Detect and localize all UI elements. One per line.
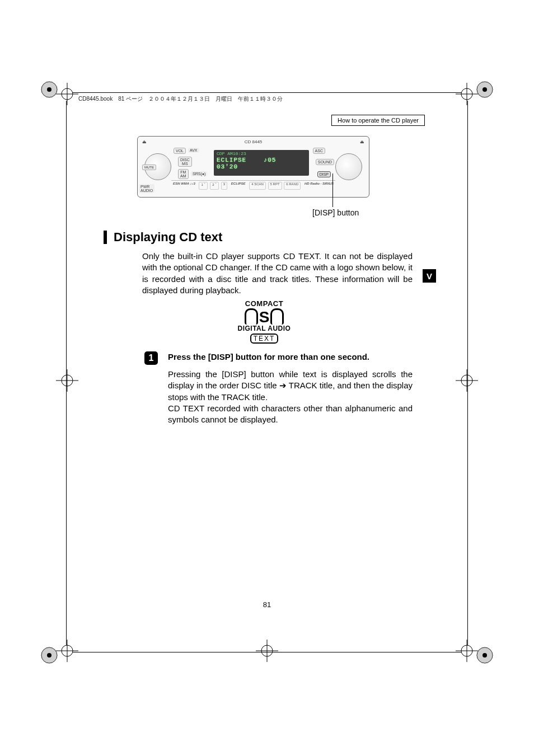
fm-am-button: FM AM [178, 169, 189, 179]
crosshair-icon [456, 83, 478, 105]
crosshair-icon [56, 369, 78, 392]
device-lcd-screen: CDP AM10:23 ECLIPSE ♪05 03'20 [214, 150, 309, 176]
screen-brand-label: ECLIPSE [217, 157, 246, 163]
avx-label: AVX [188, 148, 199, 153]
crop-line [73, 92, 461, 93]
pwr-audio-label: PWR AUDIO [139, 184, 154, 193]
logo-text-label: TEXT [250, 334, 279, 344]
strip-btn-3: 3 [221, 182, 227, 190]
disp-button: DISP [317, 171, 331, 177]
step-number-badge: 1 [144, 351, 158, 365]
sound-button: SOUND [316, 159, 334, 165]
section-heading: Displaying CD text [104, 231, 222, 244]
logo-digital-audio-label: DIGITAL AUDIO [235, 325, 293, 332]
disc-ms-button: DISC MS [178, 157, 192, 167]
crop-line [66, 101, 67, 645]
strip-btn-4: 4 SCAN [249, 182, 266, 190]
crosshair-icon [256, 640, 278, 662]
crosshair-icon [56, 640, 78, 662]
screen-time-label: 03'20 [217, 163, 238, 170]
strip-brand-label: ECLIPSE [229, 182, 247, 190]
device-illustration: ⏏ CD 8445 ⏏ MUTE VOL AVX DISC MS FM AM S… [137, 136, 369, 198]
svg-point-2 [47, 87, 51, 92]
svg-point-23 [483, 653, 487, 658]
crosshair-icon [56, 83, 78, 105]
strip-btn-2: 2 ˄ [210, 182, 219, 190]
logo-compact-label: COMPACT [235, 299, 293, 308]
disp-button-callout: [DISP] button [312, 208, 359, 217]
step-paragraph: Pressing the [DISP] button while text is… [168, 369, 413, 425]
logo-d-shape-icon [245, 308, 258, 325]
callout-line [332, 173, 333, 207]
crop-line [467, 101, 468, 645]
compact-disc-text-logo: COMPACT S DIGITAL AUDIO TEXT [235, 299, 293, 344]
device-model-label: CD 8445 [245, 139, 263, 144]
section-tab-v: V [423, 269, 436, 283]
intro-paragraph: Only the built-in CD player supports CD … [142, 251, 413, 296]
breadcrumb: How to operate the CD player [331, 115, 425, 126]
srs-label: SRS(●) [191, 171, 207, 176]
logo-s-letter: S [259, 310, 270, 325]
strip-btn-6: 6 RAND [284, 182, 301, 190]
crop-line [73, 652, 461, 652]
strip-esn-label: ESN WMA ♪♪3 [171, 182, 197, 190]
svg-point-5 [483, 87, 487, 92]
asc-button: ASC [313, 148, 325, 154]
strip-btn-5: 5 RPT [268, 182, 282, 190]
mute-button: MUTE [142, 165, 156, 170]
step-heading: Press the [DISP] button for more than on… [168, 352, 369, 361]
device-button-strip: ESN WMA ♪♪3 1 ˅ 2 ˄ 3 ECLIPSE 4 SCAN 5 R… [171, 180, 335, 190]
strip-btn-1: 1 ˅ [199, 182, 208, 190]
vol-label: VOL [174, 148, 186, 154]
page-number: 81 [0, 600, 534, 609]
page: CD8445.book 81 ページ ２００４年１２月１３日 月曜日 午前１１時… [0, 0, 534, 756]
screen-track-label: ♪05 [264, 157, 277, 163]
device-eject-icon: ⏏ [360, 139, 364, 144]
svg-point-20 [47, 653, 51, 658]
logo-d-shape-icon [270, 308, 284, 325]
tune-knob [335, 153, 362, 180]
device-eject-icon: ⏏ [142, 139, 147, 144]
page-meta-header: CD8445.book 81 ページ ２００４年１２月１３日 月曜日 午前１１時… [78, 95, 283, 103]
crosshair-icon [456, 369, 478, 392]
strip-radio-label: HD Radio · SIRIUS [303, 182, 335, 190]
screen-mode-label: CDP AM10:23 [217, 151, 246, 156]
crosshair-icon [456, 640, 478, 662]
